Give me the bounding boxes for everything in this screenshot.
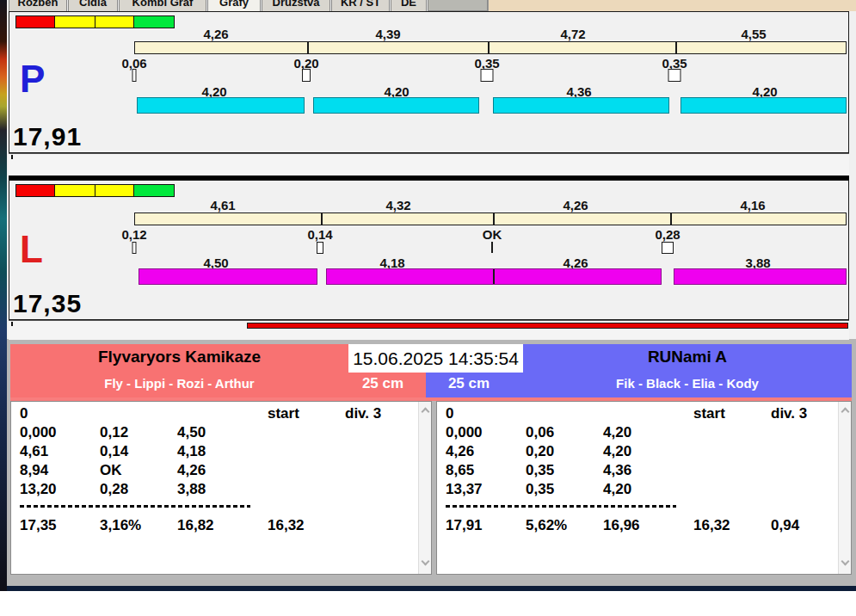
gap-marker-line [491,242,493,253]
gap-marker-box [668,69,681,82]
tab-kr-st[interactable]: KR / ST [331,0,390,11]
tab-bar-filler [428,0,488,11]
split-time-label: 4,61 [210,198,235,213]
tab-label: Grafy [219,0,249,9]
table-cell: 0,28 [100,481,128,498]
gap-marker-box [481,69,494,82]
tab-label: Rozbeh [18,0,59,9]
table-cell: 0 [20,405,28,422]
run-bar [680,97,847,114]
tab-druzstva[interactable]: Druzstva [262,0,330,11]
results-table-left[interactable]: 0 start div. 3 0,000 0,12 4,50 4,61 0,14… [10,401,432,575]
total-time-cell: 17,35 [20,517,57,534]
split-divider [670,213,672,225]
lane-p-total-time: 17,91 [13,122,82,151]
separator-strip [9,320,849,340]
table-cell: start [268,405,299,422]
table-cell: 0,000 [446,424,483,441]
run-bar [139,268,317,285]
run-bar [674,268,847,285]
tab-label: Cidla [79,0,107,9]
tab-de[interactable]: DE [391,0,427,11]
scroll-down-icon[interactable] [422,557,430,566]
progress-bar [247,323,848,329]
split-bar-l [134,213,847,225]
lane-l-total-time: 17,35 [13,289,82,318]
traffic-red-segment [15,184,55,197]
tab-bar: Rozbeh Cidla Kombi Graf Grafy Druzstva K… [7,0,856,11]
table-cell: 4,20 [603,424,631,441]
total-net-cell: 16,96 [603,517,640,534]
table-cell: 0,20 [526,443,554,460]
table-cell: 8,94 [20,462,48,479]
totals-separator [20,505,250,508]
split-divider [307,42,309,53]
run-bar [313,97,479,114]
table-cell: 4,20 [603,481,631,498]
gap-label: 0,28 [655,227,680,242]
split-divider [321,213,323,225]
scrollbar[interactable] [418,402,431,574]
table-cell: 4,36 [603,462,631,479]
scroll-up-icon[interactable] [841,408,850,416]
traffic-yellow-segment [55,15,95,28]
team-left-jump-height: 25 cm [344,375,422,392]
table-cell: 4,50 [177,424,206,441]
tab-cidla[interactable]: Cidla [68,0,118,11]
tab-grafy[interactable]: Grafy [207,0,261,11]
split-bar-p [134,41,847,54]
traffic-green-segment [134,15,175,28]
traffic-light-l [15,184,176,197]
gap-marker-box [132,242,137,254]
traffic-green-segment [134,184,175,197]
split-divider [493,213,495,225]
table-cell: 3,88 [177,481,206,498]
scrollbar[interactable] [838,402,851,574]
table-cell: 0,12 [100,424,128,441]
tab-kombi-graf[interactable]: Kombi Graf [119,0,206,11]
split-time-label: 4,72 [560,27,585,41]
team-right-jump-height: 25 cm [430,375,508,392]
traffic-light-p [15,15,176,28]
total-diff-cell: 0,94 [771,517,799,534]
gap-marker-box [132,69,137,82]
results-table-right[interactable]: 0 start div. 3 0,000 0,06 4,20 4,26 0,20… [436,401,852,575]
total-net-cell: 16,82 [177,517,214,534]
total-time-cell: 17,91 [446,517,483,534]
table-cell: div. 3 [771,405,807,422]
table-cell: 0 [446,405,453,422]
split-divider [488,42,490,53]
team-right-dogs: Fik - Black - Elia - Kody [523,376,852,391]
table-cell: 8,65 [446,462,474,479]
table-cell: 4,26 [446,443,474,460]
strip-tick [11,155,13,159]
page-bottom-margin [0,591,856,616]
split-divider [675,42,677,53]
gap-label: 0,14 [307,227,332,242]
table-cell: 4,26 [177,462,206,479]
table-cell: start [693,405,725,422]
separator-strip [9,153,849,176]
table-cell: 0,06 [526,424,554,441]
lane-p-letter: P [20,62,45,96]
split-time-label: 4,32 [385,198,410,213]
run-bar [326,268,662,285]
team-left-dogs: Fly - Lippi - Rozi - Arthur [10,376,348,391]
gap-marker-box [302,69,311,82]
gap-marker-box [317,242,323,254]
tab-bar-peach-filler [488,0,856,11]
scroll-up-icon[interactable] [422,408,430,416]
gap-label: OK [483,227,502,242]
table-cell: 13,37 [446,481,483,498]
table-cell: 4,20 [603,443,631,460]
table-cell: div. 3 [345,405,381,422]
table-cell: 0,14 [100,443,128,460]
totals-separator [446,505,676,508]
tab-label: Druzstva [273,0,320,9]
run-bar [137,97,305,114]
split-time-label: 4,26 [563,198,588,213]
table-cell: 4,61 [20,443,48,460]
tab-rozbeh[interactable]: Rozbeh [9,0,67,11]
scroll-down-icon[interactable] [841,557,850,566]
run-bar [493,97,669,114]
